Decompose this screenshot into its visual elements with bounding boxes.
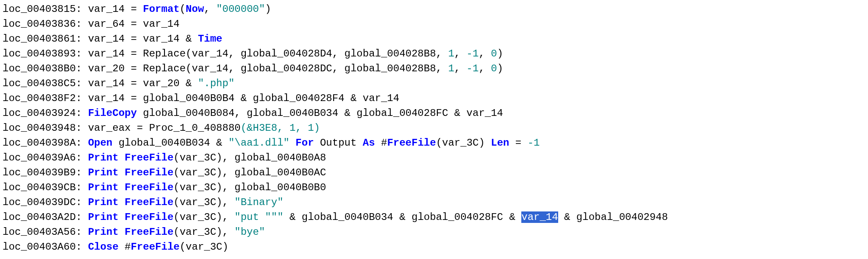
token-keyword: Print [88,226,119,238]
token-keyword: FreeFile [125,226,173,238]
token-ident: global_0040B084, global_0040B034 & globa… [137,107,503,119]
token-ident: (var_3C), global_0040B0B0 [173,182,326,193]
token-number: 0 [491,63,497,74]
token-number: 1 [448,48,454,59]
code-line[interactable]: loc_004039B9: Print FreeFile(var_3C), gl… [3,165,865,180]
token-ident: # [119,241,131,253]
token-loc: loc_00403893: [3,48,88,59]
token-loc: loc_00403A56: [3,226,88,238]
token-ident: (var_3C), global_0040B0AC [173,167,326,178]
disassembly-code-view[interactable]: loc_00403815: var_14 = Format(Now, "0000… [0,0,868,256]
token-ident [119,211,125,223]
token-ident: var_eax = Proc_1_0_408880 [88,122,241,134]
token-keyword: FreeFile [131,241,179,253]
code-line[interactable]: loc_00403A2D: Print FreeFile(var_3C), "p… [3,210,865,225]
token-keyword: Close [88,241,119,253]
token-ident: ) [265,3,271,15]
token-loc: loc_004039CB: [3,182,88,193]
token-keyword: FreeFile [125,197,173,208]
token-ident: & global_00402948 [558,211,668,223]
code-line[interactable]: loc_00403A60: Close #FreeFile(var_3C) [3,239,865,254]
token-ident: , [204,3,216,15]
token-ident: var_14 = var_20 & [88,78,198,89]
token-ident: (var_3C), [173,226,234,238]
token-ident [119,167,125,178]
token-ident [119,152,125,163]
token-number: -1 [528,137,540,149]
token-ident: & global_0040B034 & global_004028FC & [284,211,522,223]
token-keyword: Format [143,3,179,15]
token-ident: ) [497,63,503,74]
token-keyword: Time [198,33,223,45]
token-number: (&H3E8, 1, 1) [241,122,320,134]
token-keyword: Print [88,197,119,208]
token-ident: ( [180,3,186,15]
token-loc: loc_0040398A: [3,137,88,149]
token-string: "\aa1.dll" [228,137,289,149]
code-line[interactable]: loc_00403893: var_14 = Replace(var_14, g… [3,46,865,61]
token-string: ".php" [198,78,234,89]
code-line[interactable]: loc_00403836: var_64 = var_14 [3,17,865,31]
code-line[interactable]: loc_00403815: var_14 = Format(Now, "0000… [3,2,865,17]
token-ident: = [509,137,527,149]
token-keyword: Open [88,137,113,149]
token-keyword: As [363,137,375,149]
token-loc: loc_004038C5: [3,78,88,89]
token-ident [289,137,295,149]
token-loc: loc_00403836: [3,18,88,30]
code-line[interactable]: loc_00403924: FileCopy global_0040B084, … [3,106,865,121]
token-ident: ) [497,48,503,59]
token-ident: Output [314,137,363,149]
code-line[interactable]: loc_00403A56: Print FreeFile(var_3C), "b… [3,225,865,239]
token-sel[interactable]: var_14 [521,211,558,223]
token-ident [119,226,125,238]
token-ident: var_64 = var_14 [88,18,180,30]
token-ident: (var_3C) [436,137,491,149]
token-ident: var_14 = [88,3,143,15]
token-loc: loc_004039DC: [3,197,88,208]
token-keyword: FreeFile [125,182,173,193]
code-line[interactable]: loc_004038B0: var_20 = Replace(var_14, g… [3,61,865,76]
token-keyword: FreeFile [125,167,173,178]
token-keyword: Print [88,211,119,223]
token-ident: (var_3C), global_0040B0A8 [173,152,326,163]
token-loc: loc_004038F2: [3,93,88,104]
token-string: "000000" [216,3,265,15]
token-keyword: Now [186,3,204,15]
token-ident: global_0040B034 & [112,137,228,149]
token-ident: var_20 = Replace(var_14, global_004028DC… [88,63,448,74]
token-loc: loc_00403815: [3,3,88,15]
token-keyword: Print [88,182,119,193]
token-keyword: Print [88,167,119,178]
token-loc: loc_00403A60: [3,241,88,253]
code-line[interactable]: loc_00403861: var_14 = var_14 & Time [3,31,865,46]
code-line[interactable]: loc_004039A6: Print FreeFile(var_3C), gl… [3,150,865,165]
code-line[interactable]: loc_004038F2: var_14 = global_0040B0B4 &… [3,91,865,106]
code-line[interactable]: loc_00403948: var_eax = Proc_1_0_408880(… [3,121,865,135]
token-number: -1 [467,63,479,74]
token-string: "Binary" [234,197,283,208]
token-keyword: FileCopy [88,107,137,119]
token-ident: # [375,137,387,149]
token-keyword: Len [491,137,509,149]
token-keyword: Print [88,152,119,163]
token-string: "bye" [234,226,265,238]
token-ident: (var_3C), [173,211,234,223]
code-line[interactable]: loc_004039DC: Print FreeFile(var_3C), "B… [3,195,865,210]
token-ident: (var_3C) [180,241,228,253]
token-loc: loc_00403948: [3,122,88,134]
token-keyword: For [295,137,314,149]
code-line[interactable]: loc_004038C5: var_14 = var_20 & ".php" [3,76,865,91]
token-ident [119,182,125,193]
token-ident: (var_3C), [173,197,234,208]
token-loc: loc_00403924: [3,107,88,119]
token-keyword: FreeFile [125,211,173,223]
token-keyword: FreeFile [125,152,173,163]
token-ident: , [454,48,467,59]
token-ident: var_14 = Replace(var_14, global_004028D4… [88,48,448,59]
code-line[interactable]: loc_0040398A: Open global_0040B034 & "\a… [3,135,865,150]
token-loc: loc_00403A2D: [3,211,88,223]
token-number: -1 [467,48,479,59]
token-number: 1 [448,63,454,74]
code-line[interactable]: loc_004039CB: Print FreeFile(var_3C), gl… [3,180,865,195]
